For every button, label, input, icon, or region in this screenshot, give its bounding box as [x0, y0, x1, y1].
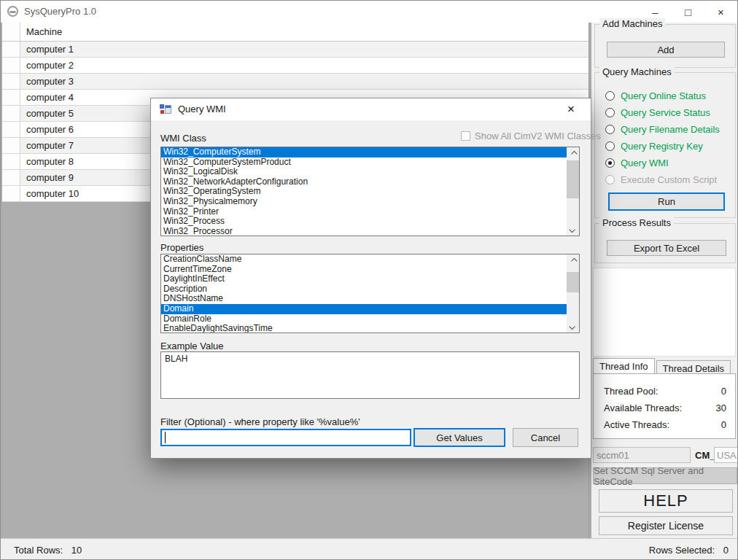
row-header-cell[interactable]	[2, 170, 20, 185]
property-item[interactable]: DNSHostName	[161, 294, 567, 304]
show-all-checkbox-row[interactable]: Show All CimV2 WMI Classes	[461, 131, 601, 141]
scroll-down-icon[interactable]	[567, 223, 579, 236]
help-button[interactable]: HELP	[599, 489, 733, 513]
status-bar: Total Rows: 10 Rows Selected: 0	[1, 538, 738, 560]
dialog-title: Query WMI	[178, 104, 226, 114]
radio-icon	[605, 175, 615, 184]
row-header-cell[interactable]	[2, 42, 20, 57]
query-machines-group: Query Machines Query Online Status Query…	[594, 72, 736, 218]
row-header-cell[interactable]	[2, 122, 20, 137]
sccm-server-input[interactable]	[593, 447, 691, 463]
query-type-radio[interactable]: Query Filename Details	[605, 121, 731, 138]
thread-stat-label: Active Threads:	[604, 419, 669, 430]
dialog-close-icon[interactable]: ×	[557, 98, 585, 120]
radio-label: Execute Custom Script	[621, 174, 717, 185]
add-machines-title: Add Machines	[599, 18, 665, 29]
maximize-icon[interactable]: □	[672, 1, 704, 23]
checkbox-icon[interactable]	[461, 131, 470, 141]
wmi-class-item[interactable]: Win32_Processor	[161, 227, 567, 236]
machine-column-header[interactable]: Machine	[20, 23, 589, 41]
window-title: SysQueryPro 1.0	[24, 6, 96, 17]
example-value-box[interactable]: BLAH	[160, 351, 580, 399]
machine-cell[interactable]: computer 1	[20, 42, 589, 57]
sitecode-input[interactable]	[714, 447, 738, 463]
properties-listbox: CreationClassNameCurrentTimeZoneDaylight…	[160, 254, 580, 333]
scroll-up-icon[interactable]	[567, 147, 579, 160]
process-results-group: Process Results Export To Excel	[594, 223, 736, 263]
query-type-radio[interactable]: Query Service Status	[605, 104, 731, 121]
thread-stat-value: 0	[721, 419, 726, 430]
thread-stat-value: 30	[716, 402, 726, 413]
cm-prefix-label: CM_	[695, 450, 715, 461]
cancel-button[interactable]: Cancel	[513, 428, 578, 447]
get-values-button[interactable]: Get Values	[413, 428, 505, 447]
wmi-class-item[interactable]: Win32_ComputerSystemProduct	[161, 158, 567, 168]
thread-stat-value: 0	[721, 386, 726, 397]
table-row[interactable]: computer 1	[2, 42, 589, 58]
row-header-cell[interactable]	[2, 90, 20, 105]
grid-header-row: Machine	[2, 23, 589, 42]
row-header-cell[interactable]	[2, 154, 20, 169]
example-value-label: Example Value	[160, 341, 223, 351]
wmi-class-item[interactable]: Win32_OperatingSystem	[161, 187, 567, 197]
vertical-scrollbar[interactable]	[567, 147, 579, 236]
machine-cell[interactable]: computer 3	[20, 74, 589, 89]
app-window: SysQueryPro 1.0 – □ × Machine computer 1	[0, 0, 738, 560]
machine-cell[interactable]: computer 2	[20, 58, 589, 73]
grid-corner-cell[interactable]	[2, 23, 20, 41]
wmi-class-item[interactable]: Win32_Physicalmemory	[161, 197, 567, 207]
property-item[interactable]: EnableDaylightSavingsTime	[161, 324, 567, 333]
table-row[interactable]: computer 3	[2, 74, 589, 90]
total-rows-label: Total Rows:	[14, 545, 63, 556]
total-rows-value: 10	[71, 545, 82, 556]
wmi-class-item[interactable]: Win32_Printer	[161, 207, 567, 217]
row-header-cell[interactable]	[2, 138, 20, 153]
wmi-class-item[interactable]: Win32_Process	[161, 217, 567, 227]
wmi-class-item[interactable]: Win32_ComputerSystem	[161, 147, 567, 158]
run-button[interactable]: Run	[608, 192, 725, 211]
thread-stat-row: Thread Pool: 0	[594, 383, 735, 400]
tab-thread-details[interactable]: Thread Details	[656, 360, 731, 373]
register-license-button[interactable]: Register License	[599, 516, 733, 535]
thread-stats: Thread Pool: 0 Available Threads: 30 Act…	[594, 374, 735, 433]
table-row[interactable]: computer 2	[2, 58, 589, 74]
property-item[interactable]: DomainRole	[161, 314, 567, 324]
property-item[interactable]: CurrentTimeZone	[161, 265, 567, 275]
wmi-class-item[interactable]: Win32_NetworkAdapterConfiguration	[161, 177, 567, 187]
radio-icon	[605, 158, 615, 168]
row-header-cell[interactable]	[2, 106, 20, 121]
radio-label: Query Registry Key	[621, 141, 703, 152]
row-header-cell[interactable]	[2, 74, 20, 89]
tab-thread-info[interactable]: Thread Info	[593, 358, 655, 373]
right-panel: Add Machines Add Query Machines Query On…	[591, 23, 738, 538]
scroll-up-icon[interactable]	[567, 254, 579, 267]
query-type-radio[interactable]: Execute Custom Script	[605, 171, 731, 188]
properties-label: Properties	[160, 242, 203, 253]
query-type-radios: Query Online Status Query Service Status…	[605, 88, 731, 188]
add-button[interactable]: Add	[607, 42, 725, 58]
scrollbar-thumb[interactable]	[567, 272, 579, 292]
property-item[interactable]: Domain	[161, 304, 567, 314]
property-item[interactable]: Description	[161, 284, 567, 295]
app-icon	[7, 6, 18, 17]
row-header-cell[interactable]	[2, 186, 20, 201]
radio-icon	[605, 108, 615, 117]
wmi-class-items: Win32_ComputerSystemWin32_ComputerSystem…	[161, 147, 567, 236]
vertical-scrollbar[interactable]	[567, 254, 579, 332]
property-item[interactable]: DaylightInEffect	[161, 274, 567, 284]
thread-stat-row: Available Threads: 30	[594, 400, 735, 416]
text-caret	[165, 432, 166, 443]
scrollbar-thumb[interactable]	[567, 160, 579, 198]
export-to-excel-button[interactable]: Export To Excel	[607, 240, 726, 256]
query-type-radio[interactable]: Query Online Status	[605, 88, 731, 104]
close-icon[interactable]: ×	[704, 1, 737, 23]
wmi-class-item[interactable]: Win32_LogicalDisk	[161, 167, 567, 177]
property-item[interactable]: CreationClassName	[161, 254, 567, 265]
scroll-down-icon[interactable]	[567, 320, 579, 332]
query-type-radio[interactable]: Query Registry Key	[605, 138, 731, 155]
set-sccm-button[interactable]: Set SCCM Sql Server and SiteCode	[593, 467, 737, 484]
filter-input[interactable]	[160, 429, 411, 446]
row-header-cell[interactable]	[2, 58, 20, 73]
query-type-radio[interactable]: Query WMI	[605, 155, 731, 171]
thread-stat-row: Active Threads: 0	[594, 416, 735, 433]
